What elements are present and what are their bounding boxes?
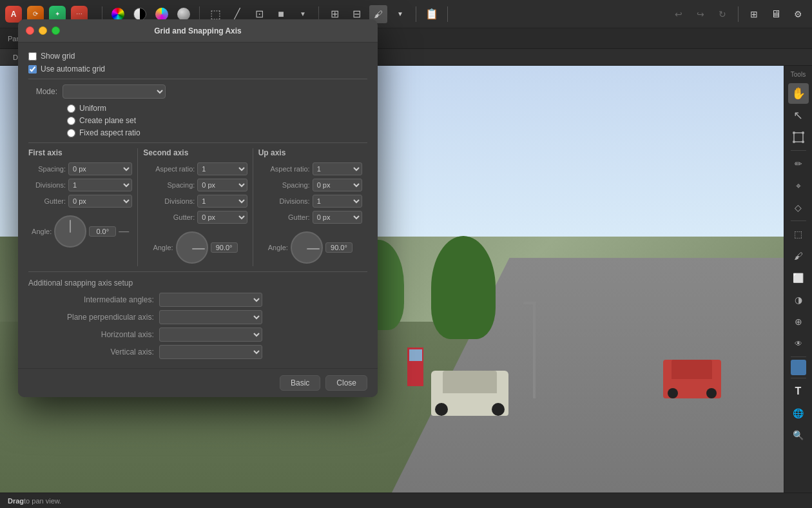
up-angle-needle [307, 248, 320, 249]
svg-point-3 [793, 141, 795, 143]
smart-pen-btn[interactable]: ⌖ [788, 175, 809, 196]
fixed-aspect-row: Fixed aspect ratio [67, 128, 367, 137]
maximize-traffic-light[interactable] [52, 26, 60, 35]
hand-tool-btn[interactable]: ✋ [788, 83, 809, 104]
tool-sep-1 [791, 150, 806, 151]
first-gutter-select[interactable]: 0 px [68, 195, 132, 208]
up-angle-row: Angle: 90.0° [258, 229, 362, 266]
separator-5 [447, 6, 448, 22]
settings-icon[interactable]: ⚙ [789, 5, 807, 23]
show-grid-label[interactable]: Show grid [41, 52, 75, 61]
fixed-aspect-radio[interactable] [67, 129, 75, 137]
second-angle-needle [192, 248, 205, 249]
red-eye-btn[interactable]: 👁 [788, 333, 809, 354]
first-spacing-row: Spacing: 0 px [28, 162, 132, 175]
horizontal-label: Horizontal axis: [67, 330, 154, 339]
erase-btn[interactable]: ⬜ [788, 268, 809, 288]
up-gutter-select[interactable]: 0 px [313, 211, 362, 224]
minimize-traffic-light[interactable] [39, 26, 47, 35]
svg-point-4 [802, 141, 804, 143]
node-tool-btn[interactable]: ◇ [788, 197, 809, 218]
pen-tool-btn[interactable]: ✏ [788, 153, 809, 174]
up-angle-label: Angle: [268, 244, 288, 251]
up-angle-widget[interactable] [291, 231, 323, 264]
up-divisions-select[interactable]: 1 [313, 195, 362, 208]
first-angle-widget[interactable] [54, 215, 86, 248]
mode-row: Mode: Uniform Isometric [28, 84, 367, 99]
second-spacing-row: Spacing: 0 px [143, 179, 247, 191]
car-2 [663, 360, 721, 398]
use-auto-grid-label[interactable]: Use automatic grid [41, 64, 105, 73]
arrow-tool-btn[interactable]: ↖ [788, 105, 809, 126]
close-button[interactable]: Close [325, 375, 367, 391]
create-plane-label[interactable]: Create plane set [79, 116, 136, 125]
second-angle-value: 90.0° [211, 242, 238, 253]
first-angle-value: 0.0° [89, 226, 116, 237]
second-aspect-select[interactable]: 1 [197, 162, 247, 175]
brush-arrow-icon[interactable]: ▼ [391, 5, 409, 23]
show-grid-checkbox[interactable] [28, 52, 37, 61]
grid-snapping-dialog[interactable]: Grid and Snapping Axis Show grid Use aut… [18, 19, 378, 397]
second-divisions-select[interactable]: 1 [197, 195, 247, 208]
vertical-label: Vertical axis: [67, 347, 154, 357]
svg-point-2 [802, 132, 804, 134]
traffic-lights [26, 26, 60, 35]
plane-perp-select[interactable] [159, 310, 262, 324]
intermediate-select[interactable] [159, 293, 262, 307]
up-divisions-label: Divisions: [258, 197, 310, 205]
view-icon[interactable]: 🖥 [767, 5, 785, 23]
second-gutter-select[interactable]: 0 px [197, 211, 247, 224]
text-btn[interactable]: T [788, 381, 809, 402]
horizontal-select[interactable] [159, 327, 262, 342]
close-traffic-light[interactable] [26, 26, 34, 35]
dodge-btn[interactable]: ◑ [788, 289, 809, 310]
second-divisions-row: Divisions: 1 [143, 195, 247, 208]
phone-box [407, 347, 423, 386]
fill-btn[interactable] [791, 360, 806, 375]
up-spacing-select[interactable]: 0 px [313, 179, 362, 191]
first-angle-needle [70, 220, 71, 233]
first-spacing-select[interactable]: 0 px [68, 162, 132, 175]
up-aspect-label: Aspect ratio: [258, 165, 310, 173]
tool-sep-4 [791, 378, 806, 378]
use-auto-grid-checkbox[interactable] [28, 65, 37, 73]
first-divisions-select[interactable]: 1 [68, 179, 132, 191]
tools-panel: Tools ✋ ↖ ✏ ⌖ ◇ ⬚ 🖌 ⬜ ◑ ⊕ 👁 T 🌐 🔍 [784, 66, 812, 493]
second-divisions-label: Divisions: [143, 197, 195, 205]
create-plane-radio[interactable] [67, 117, 75, 125]
uniform-label[interactable]: Uniform [79, 104, 106, 113]
basic-button[interactable]: Basic [280, 375, 320, 391]
up-axis-col: Up axis Aspect ratio: 1 Spacing: 0 px [253, 148, 367, 266]
web-btn[interactable]: 🌐 [788, 403, 809, 424]
first-divisions-row: Divisions: 1 [28, 179, 132, 191]
undo2-icon[interactable]: ↪ [691, 5, 710, 23]
up-aspect-select[interactable]: 1 [313, 162, 362, 175]
clipboard-icon[interactable]: 📋 [423, 5, 441, 23]
redo-icon[interactable]: ↻ [713, 5, 731, 23]
snapping-section-label: Additional snapping axis setup [28, 278, 367, 288]
uniform-radio[interactable] [67, 104, 75, 113]
second-angle-widget[interactable] [176, 231, 208, 264]
plane-perp-label: Plane perpendicular axis: [67, 313, 154, 322]
transform-tool-btn[interactable] [788, 127, 809, 148]
up-gutter-row: Gutter: 0 px [258, 211, 362, 224]
tree-3 [431, 236, 496, 339]
panels-icon[interactable]: ⊞ [745, 5, 763, 23]
first-angle-row: Angle: 0.0° — [28, 213, 132, 250]
up-axis-header: Up axis [258, 148, 362, 157]
vertical-select[interactable] [159, 345, 262, 359]
paint-brush-btn[interactable]: 🖌 [788, 246, 809, 266]
svg-point-1 [793, 132, 795, 134]
clone-btn[interactable]: ⊕ [788, 311, 809, 332]
second-aspect-label: Aspect ratio: [143, 165, 195, 173]
snapping-grid: Intermediate angles: Plane perpendicular… [28, 293, 367, 359]
first-angle-minus[interactable]: — [119, 226, 129, 237]
history-icon[interactable]: ↩ [670, 5, 688, 23]
zoom-btn[interactable]: 🔍 [788, 425, 809, 445]
marquee-tool-btn[interactable]: ⬚ [788, 224, 809, 244]
up-spacing-label: Spacing: [258, 181, 310, 189]
fixed-aspect-label[interactable]: Fixed aspect ratio [79, 128, 140, 137]
tools-label: Tools [791, 71, 806, 78]
mode-select[interactable]: Uniform Isometric [63, 84, 166, 99]
second-spacing-select[interactable]: 0 px [197, 179, 247, 191]
